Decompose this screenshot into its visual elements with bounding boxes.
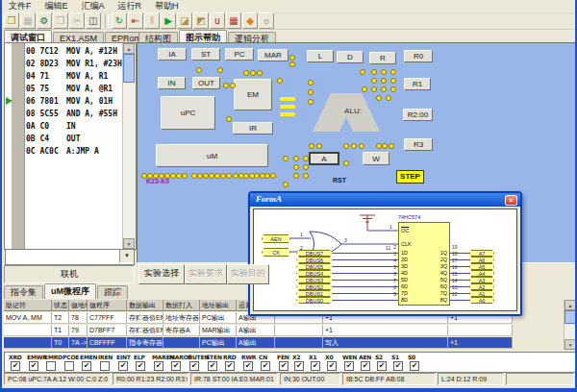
block-ST[interactable]: ST [191, 48, 220, 61]
bottom-tab-2[interactable]: uM微程序 [44, 283, 96, 299]
block-R0[interactable]: R0 [404, 50, 433, 62]
toolbar-button-debug-lamp[interactable]: ☼ [259, 12, 274, 29]
signal-checkbox-CN[interactable]: ✔ [261, 361, 270, 371]
signal-checkbox-IREN[interactable] [100, 361, 110, 371]
toolbar-button-cut[interactable]: ✂ [69, 12, 85, 29]
block-IN[interactable]: IN [158, 77, 186, 89]
block-W[interactable]: W [363, 152, 389, 165]
code-line[interactable]: 0C AC0CA:JMP A [26, 145, 122, 158]
block-R1[interactable]: R1 [404, 78, 431, 90]
signal-checkbox-XRD[interactable]: ✔ [11, 361, 20, 371]
signal-checkbox-ELP[interactable]: ✔ [136, 361, 145, 371]
toolbar-button-pause[interactable]: ‖ [144, 12, 160, 29]
menu-item[interactable]: 运行R [112, 0, 149, 12]
signal-checkbox-S1[interactable]: ✔ [393, 361, 403, 371]
scroll-down-button[interactable]: ▼ [564, 339, 576, 350]
block-L[interactable]: L [307, 50, 334, 62]
signal-checkbox-MAREN[interactable]: ✔ [154, 361, 163, 371]
signal-checkbox-FEN[interactable]: ✔ [279, 361, 288, 371]
watch-combobox[interactable]: ▼ [5, 249, 135, 265]
signal-checkbox-AEN[interactable]: ✔ [361, 361, 370, 371]
signal-checkbox-OUTEN[interactable]: ✔ [189, 361, 199, 371]
signal-checkbox-STEN[interactable]: ✔ [208, 361, 217, 371]
block-D[interactable]: D [337, 51, 364, 63]
signal-checkbox-X1[interactable]: ✔ [311, 361, 320, 371]
code-scrollbar[interactable]: ▲ ▼ [122, 43, 136, 249]
code-line[interactable]: 0B C4OUT [26, 133, 122, 145]
toolbar-button-micro-step[interactable]: u [210, 12, 225, 29]
signal-checkbox-RWR[interactable]: ✔ [243, 361, 253, 371]
toolbar-button-save-file[interactable]: ▦ [20, 12, 36, 29]
signal-checkbox-X2[interactable]: ✔ [294, 361, 304, 371]
scroll-thumb[interactable] [123, 54, 135, 83]
signal-checkbox-S0[interactable]: ✔ [410, 361, 419, 371]
block-EM[interactable]: EM [234, 79, 272, 110]
toolbar-button-step-into[interactable]: ◪ [177, 12, 192, 29]
experiment-button-2[interactable]: 实验要求 [185, 264, 227, 284]
block-MAR[interactable]: MAR [258, 49, 288, 61]
table-header-cell[interactable]: 数据打入 [163, 300, 200, 311]
signal-checkbox-EINT[interactable]: ✔ [118, 361, 128, 371]
signal-checkbox-PCOE[interactable] [64, 361, 74, 371]
block-OUT[interactable]: OUT [192, 77, 220, 89]
table-row[interactable]: T179D7BFF7存贮器值EM寄存器AMAR输出A输出+1 [4, 325, 564, 337]
scroll-up-button[interactable]: ▲ [123, 43, 135, 54]
table-row[interactable]: T07A ->CBFFFF指令寄存器PC输出A输出写入+1 [4, 337, 564, 350]
table-header-cell[interactable]: 助记符 [4, 300, 52, 311]
code-line[interactable]: 04 71MOV A, R1 [26, 70, 122, 83]
table-header-cell[interactable]: 状态 [52, 300, 69, 311]
code-listing[interactable]: 00 7C12MOV A, #12H02 8D23MOV R1, #23H04 … [26, 45, 122, 249]
toolbar-button-goto[interactable]: ◆ [242, 12, 258, 29]
scroll-up-button[interactable]: ▲ [564, 300, 576, 310]
menu-item[interactable]: 汇编A [75, 0, 112, 12]
code-line[interactable]: 05 75MOV A, @R1 [26, 83, 122, 95]
experiment-button-1[interactable]: 实验选择 [138, 264, 185, 284]
code-line[interactable]: 0A C0IN [26, 120, 122, 133]
signal-checkbox-EMWR[interactable]: ✔ [29, 361, 38, 371]
bottom-tab-1[interactable]: 指令集 [4, 285, 43, 299]
block-uPC[interactable]: uPC [161, 96, 215, 130]
table-header-cell[interactable]: 数据输出 [127, 300, 163, 311]
signal-checkbox-EMRD[interactable] [46, 361, 56, 371]
popup-close-button[interactable]: ✕ [505, 195, 517, 206]
code-line[interactable]: 02 8D23MOV R1, #23H [26, 58, 122, 70]
block-IA[interactable]: IA [158, 48, 187, 61]
bottom-tab-3[interactable]: 跟踪 [97, 285, 128, 299]
step-button[interactable]: STEP [396, 170, 424, 184]
block-A[interactable]: A [309, 152, 339, 165]
menu-item[interactable]: 帮助H [148, 0, 186, 12]
menu-item[interactable]: 文件F [2, 0, 38, 12]
signal-checkbox-MAROE[interactable]: ✔ [171, 361, 181, 371]
signal-checkbox-X0[interactable]: ✔ [327, 361, 337, 371]
signal-checkbox-WEN[interactable]: ✔ [344, 361, 354, 371]
toolbar-button-register-grid[interactable]: ▦ [226, 12, 241, 29]
toolbar-button-open-file[interactable]: ❐ [4, 12, 19, 29]
scroll-thumb[interactable] [564, 310, 576, 324]
toolbar-button-compile-link[interactable]: ❒ [53, 12, 68, 29]
block-R2:00[interactable]: R2:00 [403, 109, 433, 121]
toolbar-button-reset[interactable]: ⇤ [128, 12, 143, 29]
menu-item[interactable]: 编辑E [38, 0, 75, 12]
block-R3[interactable]: R3 [404, 138, 433, 151]
signal-checkbox-EMEN[interactable]: ✔ [82, 361, 91, 371]
block-uM[interactable]: uM [156, 144, 268, 167]
code-line[interactable]: 00 7C12MOV A, #12H [26, 45, 122, 58]
table-header-cell[interactable]: 微程序 [88, 300, 127, 311]
table-scrollbar[interactable]: ▲ ▼ [564, 300, 577, 350]
signal-checkbox-S2[interactable]: ✔ [377, 361, 387, 371]
toolbar-button-run[interactable]: ▶ [161, 12, 176, 29]
code-line[interactable]: 06 7801MOV A, 01H [26, 95, 122, 108]
toolbar-button-download[interactable]: ◫ [86, 12, 101, 29]
signal-checkbox-RRD[interactable]: ✔ [225, 361, 235, 371]
block-PC[interactable]: PC [225, 48, 254, 61]
code-line[interactable]: 08 5C55AND A, #55H [26, 108, 122, 120]
combobox-dropdown-button[interactable]: ▼ [119, 250, 134, 262]
toolbar-button-compile[interactable]: ⚙ [37, 12, 52, 29]
table-header-cell[interactable]: 微地址 [69, 300, 88, 311]
toolbar-button-step-over[interactable]: ◩ [193, 12, 209, 29]
toolbar-button-refresh[interactable]: ↻ [112, 12, 127, 29]
experiment-button-3[interactable]: 实验目的 [227, 264, 269, 284]
block-IR[interactable]: IR [233, 122, 273, 135]
block-R[interactable]: R [369, 52, 396, 64]
scroll-down-button[interactable]: ▼ [123, 238, 135, 249]
